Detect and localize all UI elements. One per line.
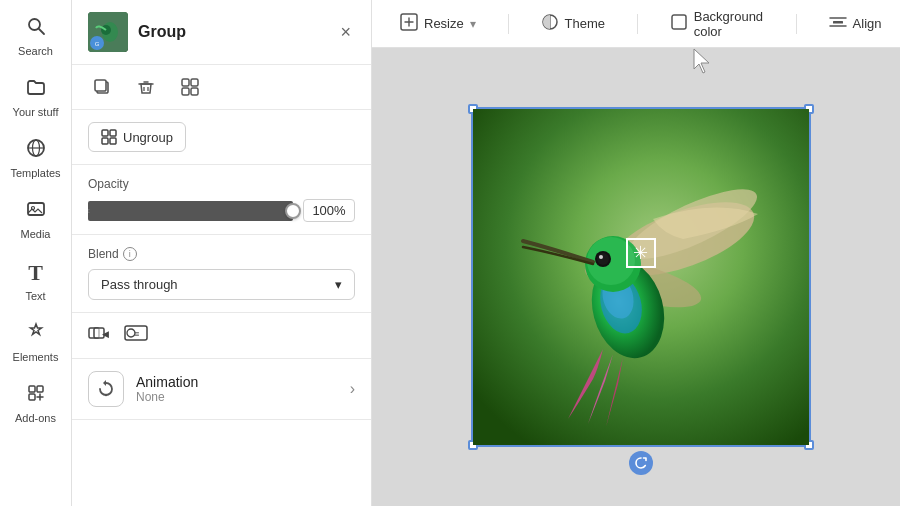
text-icon: T — [28, 260, 43, 286]
group-thumbnail: G — [88, 12, 128, 52]
sidebar-item-search[interactable]: Search — [4, 8, 68, 65]
sidebar-item-templates[interactable]: Templates — [4, 130, 68, 187]
properties-panel: G Group × — [72, 0, 372, 506]
align-icon — [829, 13, 847, 35]
svg-line-1 — [39, 29, 44, 34]
resize-icon — [400, 13, 418, 35]
resize-label: Resize — [424, 16, 464, 31]
blend-dropdown[interactable]: Pass through ▾ — [88, 269, 355, 300]
slider-fill — [88, 209, 293, 213]
svg-rect-25 — [102, 138, 108, 144]
slider-thumb[interactable] — [285, 203, 301, 219]
sidebar-item-label-media: Media — [21, 228, 51, 240]
folder-icon — [26, 77, 46, 102]
sidebar-item-label-your-stuff: Your stuff — [13, 106, 59, 118]
hummingbird-image: ✳ — [473, 109, 809, 445]
svg-rect-20 — [191, 79, 198, 86]
close-button[interactable]: × — [336, 18, 355, 47]
search-icon — [26, 16, 46, 41]
sidebar-item-text[interactable]: T Text — [4, 252, 68, 310]
animation-chevron-icon: › — [350, 380, 355, 398]
svg-point-50 — [597, 253, 609, 265]
sidebar-item-media[interactable]: Media — [4, 191, 68, 248]
svg-rect-21 — [182, 88, 189, 95]
sidebar-item-label-templates: Templates — [10, 167, 60, 179]
delete-button[interactable] — [132, 73, 160, 101]
background-color-icon — [670, 13, 688, 35]
toolbar-divider-1 — [508, 14, 509, 34]
sidebar-item-label-elements: Elements — [13, 351, 59, 363]
ungroup-button[interactable]: Ungroup — [88, 122, 186, 152]
theme-button[interactable]: Theme — [533, 9, 613, 39]
blend-info-icon[interactable]: i — [123, 247, 137, 261]
sparkle-icon: ✳ — [626, 238, 656, 268]
resize-chevron-icon: ▾ — [470, 17, 476, 31]
svg-point-33 — [105, 394, 107, 396]
cursor-overlay — [691, 47, 900, 81]
svg-text:◀: ◀ — [102, 329, 109, 339]
extra-icons-row: ◀ ≡ — [72, 313, 371, 359]
toolbar-divider-3 — [796, 14, 797, 34]
opacity-slider[interactable] — [88, 201, 293, 221]
ungroup-label: Ungroup — [123, 130, 173, 145]
panel-actions — [72, 65, 371, 110]
duplicate-button[interactable] — [88, 73, 116, 101]
ungroup-section: Ungroup — [72, 110, 371, 165]
animation-section[interactable]: Animation None › — [72, 359, 371, 420]
theme-label: Theme — [565, 16, 605, 31]
blend-label: Blend — [88, 247, 119, 261]
media-icon — [26, 199, 46, 224]
svg-rect-23 — [102, 130, 108, 136]
addons-icon — [26, 383, 46, 408]
blend-icon-2[interactable]: ≡ — [124, 323, 148, 348]
top-toolbar: Resize ▾ Theme Background color — [372, 0, 900, 48]
blend-label-row: Blend i — [88, 247, 355, 261]
align-label: Align — [853, 16, 882, 31]
sidebar-item-addons[interactable]: Add-ons — [4, 375, 68, 432]
animation-text: Animation None — [136, 374, 338, 404]
sidebar-item-label-search: Search — [18, 45, 53, 57]
panel-title: Group — [138, 23, 326, 41]
background-color-button[interactable]: Background color — [662, 5, 772, 43]
chevron-down-icon: ▾ — [335, 277, 342, 292]
animation-subtitle: None — [136, 390, 338, 404]
panel-header: G Group × — [72, 0, 371, 65]
svg-rect-22 — [191, 88, 198, 95]
svg-rect-26 — [110, 138, 116, 144]
opacity-section: Opacity — [72, 165, 371, 235]
svg-rect-38 — [833, 21, 843, 24]
svg-rect-7 — [29, 386, 35, 392]
blend-value: Pass through — [101, 277, 178, 292]
theme-icon — [541, 13, 559, 35]
canvas-content[interactable]: ✳ — [372, 48, 900, 506]
elements-icon — [26, 322, 46, 347]
animation-title: Animation — [136, 374, 338, 390]
svg-rect-19 — [182, 79, 189, 86]
background-color-label: Background color — [694, 9, 764, 39]
opacity-label: Opacity — [88, 177, 355, 191]
svg-text:≡: ≡ — [134, 329, 139, 339]
blend-section: Blend i Pass through ▾ — [72, 235, 371, 313]
svg-point-0 — [29, 19, 40, 30]
svg-rect-36 — [672, 15, 686, 29]
align-button[interactable]: Align — [821, 9, 890, 39]
toolbar-divider-2 — [637, 14, 638, 34]
svg-text:G: G — [95, 41, 100, 47]
opacity-row — [88, 199, 355, 222]
opacity-value-input[interactable] — [303, 199, 355, 222]
more-options-button[interactable] — [176, 73, 204, 101]
sidebar-item-elements[interactable]: Elements — [4, 314, 68, 371]
canvas-inner: ✳ — [471, 107, 811, 447]
animation-icon — [88, 371, 124, 407]
sidebar-item-label-addons: Add-ons — [15, 412, 56, 424]
thumbnail-badge: G — [90, 36, 104, 50]
templates-icon — [26, 138, 46, 163]
rotate-handle[interactable] — [629, 451, 653, 475]
svg-rect-8 — [37, 386, 43, 392]
hummingbird-frame[interactable]: ✳ — [471, 107, 811, 447]
sidebar-item-label-text: Text — [25, 290, 45, 302]
resize-button[interactable]: Resize ▾ — [392, 9, 484, 39]
sidebar: Search Your stuff Templates Media — [0, 0, 72, 506]
sidebar-item-your-stuff[interactable]: Your stuff — [4, 69, 68, 126]
blend-icon-1[interactable]: ◀ — [88, 323, 112, 348]
